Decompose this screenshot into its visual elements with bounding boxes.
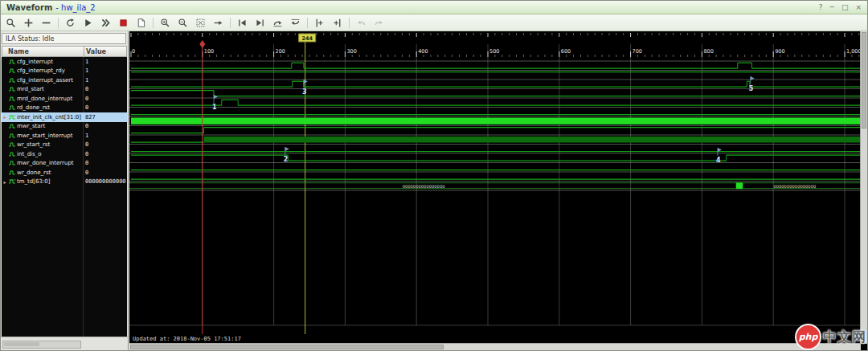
signal-table-panel: ILA Status: Idle Name Value cfg_interrup… xyxy=(1,31,129,350)
table-row[interactable]: mwr_start_interrupt1 xyxy=(2,131,127,141)
goto-next-transition-icon[interactable] xyxy=(253,16,267,29)
close-icon[interactable]: × xyxy=(855,4,862,11)
signal-value: 0 xyxy=(82,160,127,166)
svg-text:200: 200 xyxy=(276,48,285,55)
svg-text:1,000: 1,000 xyxy=(846,48,862,55)
run-immediate-icon[interactable] xyxy=(99,16,113,29)
signal-value: 1 xyxy=(82,67,127,74)
svg-text:300: 300 xyxy=(346,48,356,55)
waveform-toolbar xyxy=(1,14,867,31)
table-row[interactable]: int_dis_o0 xyxy=(2,149,127,159)
remove-icon[interactable] xyxy=(39,16,53,29)
signal-table-body: cfg_interrupt1cfg_interrupt_rdy1cfg_inte… xyxy=(2,57,127,337)
table-row[interactable]: ▸inter_init_clk_cnt[31:0]827 xyxy=(2,112,127,122)
signal-name: mrd_done_interrupt xyxy=(17,96,82,102)
table-row[interactable]: cfg_interrupt_assert1 xyxy=(2,76,127,85)
svg-text:500: 500 xyxy=(489,48,499,55)
minimize-icon[interactable]: ─ xyxy=(830,4,834,11)
signal-name: cfg_interrupt_assert xyxy=(17,77,82,84)
export-data-icon[interactable] xyxy=(134,16,148,29)
signal-name: tm_td[63:0] xyxy=(17,178,82,185)
table-row[interactable]: cfg_interrupt_rdy1 xyxy=(2,67,127,76)
table-row[interactable]: mwr_done_interrupt0 xyxy=(2,159,127,169)
signal-value: 0 xyxy=(82,123,127,129)
signal-value: 0 xyxy=(82,169,127,176)
search-icon[interactable] xyxy=(4,16,18,29)
stop-trigger-icon[interactable] xyxy=(117,16,130,29)
column-header-value[interactable]: Value xyxy=(86,48,106,55)
svg-text:900: 900 xyxy=(775,48,784,55)
waveform-hscrollbar[interactable] xyxy=(129,343,861,350)
swap-down-icon[interactable] xyxy=(289,16,302,29)
table-bottom-bar xyxy=(1,337,128,350)
svg-text:400: 400 xyxy=(418,48,428,55)
bit-signal-icon xyxy=(8,141,17,148)
signal-value: 0 xyxy=(82,104,127,111)
zoom-fit-icon[interactable] xyxy=(194,16,207,29)
table-row[interactable]: wr_done_rst0 xyxy=(2,168,127,178)
waveform-vscrollbar[interactable] xyxy=(860,31,867,344)
table-row[interactable]: cfg_interrupt1 xyxy=(2,57,127,67)
table-row[interactable]: rd_done_rst0 xyxy=(2,104,127,113)
signal-name: mrd_start xyxy=(17,86,82,92)
ila-status-label: ILA Status: Idle xyxy=(2,33,126,44)
zoom-to-cursor-icon[interactable] xyxy=(211,16,225,29)
bit-signal-icon xyxy=(8,160,17,166)
table-row[interactable]: mrd_done_interrupt0 xyxy=(2,94,127,104)
signal-value: 0 xyxy=(82,141,127,148)
goto-previous-transition-icon[interactable] xyxy=(235,16,249,29)
svg-text:1: 1 xyxy=(212,104,217,111)
bit-signal-icon xyxy=(8,151,17,157)
updated-status-text: Updated at: 2018-Nov-05 17:51:17 xyxy=(133,336,241,342)
bit-signal-icon xyxy=(8,169,17,176)
bit-signal-icon xyxy=(8,123,17,129)
signal-name: mwr_done_interrupt xyxy=(17,160,82,166)
signal-value: 0 xyxy=(82,96,127,102)
table-hscrollbar[interactable] xyxy=(2,341,81,349)
undo-icon[interactable] xyxy=(354,16,368,29)
table-header: Name Value xyxy=(2,46,127,57)
waveform-plot[interactable]: 01002003004005006007008009001,0000000000… xyxy=(129,31,868,351)
zoom-out-icon[interactable] xyxy=(176,16,190,29)
maximize-icon[interactable]: □ xyxy=(841,4,849,11)
svg-text:0000000000000000: 0000000000000000 xyxy=(773,184,816,189)
signal-name: inter_init_clk_cnt[31:0] xyxy=(17,114,82,120)
table-row[interactable]: ▸tm_td[63:0]000000000000 xyxy=(2,178,127,187)
table-row[interactable]: wr_start_rst0 xyxy=(2,141,127,150)
column-header-name[interactable]: Name xyxy=(8,48,29,55)
svg-text:2: 2 xyxy=(284,156,289,163)
redo-icon[interactable] xyxy=(372,16,386,29)
bus-signal-icon xyxy=(8,114,17,120)
restart-icon[interactable] xyxy=(63,16,77,29)
bit-signal-icon xyxy=(8,86,17,92)
window-title-instance: - hw_ila_2 xyxy=(55,3,95,12)
svg-text:700: 700 xyxy=(633,48,642,55)
watermark: php 中文网 xyxy=(795,324,866,350)
signal-value: 827 xyxy=(82,114,127,120)
signal-name: mwr_start_interrupt xyxy=(17,133,82,139)
add-before-icon[interactable] xyxy=(313,16,326,29)
bit-signal-icon xyxy=(8,77,17,84)
signal-name: cfg_interrupt_rdy xyxy=(17,67,82,74)
window-title: Waveform xyxy=(6,3,52,12)
svg-text:600: 600 xyxy=(561,48,571,55)
svg-text:100: 100 xyxy=(204,48,214,55)
zoom-in-icon[interactable] xyxy=(158,16,172,29)
signal-value: 1 xyxy=(82,77,127,84)
waveform-window: Waveform - hw_ila_2 ? ─ □ × xyxy=(0,0,868,351)
help-icon[interactable]: ? xyxy=(819,4,823,11)
signal-name: wr_start_rst xyxy=(17,141,82,148)
bit-signal-icon xyxy=(8,133,17,139)
bit-signal-icon xyxy=(8,59,17,65)
bit-signal-icon xyxy=(8,67,17,74)
swap-up-icon[interactable] xyxy=(271,16,285,29)
run-trigger-icon[interactable] xyxy=(81,16,95,29)
signal-value: 000000000000 xyxy=(82,178,127,185)
table-row[interactable]: mwr_start0 xyxy=(2,122,127,132)
add-after-icon[interactable] xyxy=(330,16,344,29)
table-row[interactable]: mrd_start0 xyxy=(2,85,127,95)
svg-text:800: 800 xyxy=(703,48,713,55)
waveform-canvas-panel[interactable]: 01002003004005006007008009001,0000000000… xyxy=(129,31,867,350)
add-icon[interactable] xyxy=(22,16,35,29)
signal-value: 1 xyxy=(82,59,127,65)
